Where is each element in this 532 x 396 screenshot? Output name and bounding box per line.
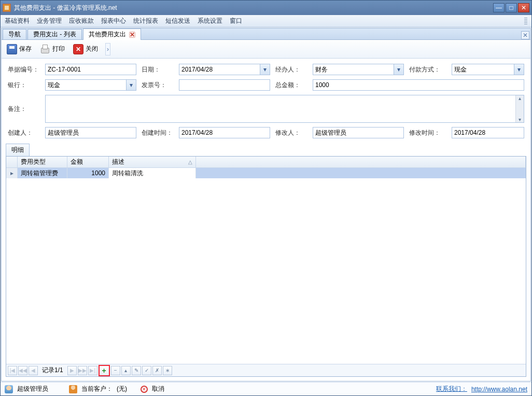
tabbar-close-button[interactable]: ✕ <box>521 31 529 39</box>
nav-prev[interactable]: ◀ <box>29 366 38 375</box>
label-invoice: 发票号： <box>142 81 166 90</box>
cancel-icon[interactable]: ✕ <box>141 386 148 393</box>
detail-tab[interactable]: 明细 <box>6 144 30 156</box>
window-close-button[interactable]: ✕ <box>518 3 529 12</box>
nav-last[interactable]: ▶| <box>88 366 97 375</box>
nav-edit[interactable]: ✎ <box>132 366 141 375</box>
nav-first[interactable]: |◀ <box>8 366 17 375</box>
client-icon <box>69 385 77 393</box>
input-modifier: 超级管理员 <box>313 127 404 138</box>
grid-header: 费用类型 金额 描述 <box>6 157 526 168</box>
cell-amount[interactable]: 1000 <box>67 168 109 178</box>
maximize-button[interactable]: □ <box>506 3 517 12</box>
close-icon: ✕ <box>73 44 83 54</box>
tab-list-label: 费用支出 - 列表 <box>33 30 76 39</box>
tab-close-icon[interactable]: ✕ <box>129 32 135 38</box>
textarea-scrollbar[interactable] <box>515 95 524 122</box>
input-bank[interactable]: 现金 <box>45 79 136 91</box>
tab-nav-label: 导航 <box>8 30 21 39</box>
close-button[interactable]: ✕ 关闭 <box>71 43 100 55</box>
grid-navigator: |◀ ◀◀ ◀ 记录1/1 ▶ ▶▶ ▶| + − ▴ ✎ ✓ ✗ ∗ <box>6 364 526 376</box>
label-mtime: 修改时间： <box>409 129 440 137</box>
status-contact[interactable]: 联系我们： <box>436 385 467 393</box>
menu-window[interactable]: 窗口 <box>230 17 242 25</box>
col-spacer <box>196 157 526 167</box>
status-client-value: (无) <box>117 385 127 393</box>
status-bar: 超级管理员 当前客户： (无) ✕ 取消 联系我们： http://www.ao… <box>1 382 531 395</box>
grid-body[interactable]: ▸ 周转箱管理费 1000 周转箱清洗 <box>6 168 526 364</box>
label-handler: 经办人： <box>275 65 300 74</box>
menu-report[interactable]: 报表中心 <box>101 17 126 25</box>
print-button[interactable]: 打印 <box>38 43 67 55</box>
tab-nav[interactable]: 导航 <box>3 29 26 39</box>
menu-sys[interactable]: 系统设置 <box>198 17 222 25</box>
nav-record-text: 记录1/1 <box>39 366 66 375</box>
col-selector[interactable] <box>6 157 18 167</box>
detail-tabbar: 明细 <box>6 144 526 156</box>
label-remark: 备注： <box>8 105 26 114</box>
label-modifier: 修改人： <box>275 129 300 137</box>
input-remark[interactable] <box>45 95 524 123</box>
label-date: 日期： <box>142 65 160 74</box>
cell-type[interactable]: 周转箱管理费 <box>18 168 67 178</box>
menu-basic[interactable]: 基础资料 <box>5 17 30 25</box>
label-creator: 创建人： <box>8 129 33 137</box>
tab-list[interactable]: 费用支出 - 列表 <box>27 29 82 39</box>
input-date[interactable]: 2017/04/28 <box>179 64 270 75</box>
toolbar: 保存 打印 ✕ 关闭 › <box>2 40 530 59</box>
nav-check[interactable]: ✓ <box>142 366 151 375</box>
nav-add[interactable]: + <box>99 365 110 376</box>
label-total: 总金额： <box>275 81 300 90</box>
save-icon <box>7 44 17 54</box>
status-client-label: 当前客户： <box>81 385 113 393</box>
save-label: 保存 <box>19 45 32 53</box>
nav-cancel[interactable]: ✗ <box>152 366 162 375</box>
menu-stats[interactable]: 统计报表 <box>133 17 158 25</box>
toolbar-overflow[interactable]: › <box>105 43 110 55</box>
nav-remove[interactable]: − <box>111 366 120 375</box>
input-ctime: 2017/04/28 <box>179 127 270 138</box>
col-type[interactable]: 费用类型 <box>18 157 67 167</box>
grid-row[interactable]: ▸ 周转箱管理费 1000 周转箱清洗 <box>6 168 526 178</box>
status-url[interactable]: http://www.aolan.net <box>471 386 527 393</box>
col-desc[interactable]: 描述 <box>109 157 196 167</box>
menu-biz[interactable]: 业务管理 <box>37 17 62 25</box>
menubar-gripper <box>524 18 527 25</box>
detail-grid: 费用类型 金额 描述 ▸ 周转箱管理费 1000 周转箱清洗 |◀ ◀◀ ◀ 记… <box>6 156 526 377</box>
input-invoice[interactable] <box>179 79 270 91</box>
status-cancel[interactable]: 取消 <box>152 385 164 393</box>
label-billno: 单据编号： <box>8 65 39 74</box>
col-amount[interactable]: 金额 <box>67 157 109 167</box>
input-handler[interactable]: 财务 <box>313 64 404 75</box>
tab-other-expense[interactable]: 其他费用支出 ✕ <box>83 29 141 40</box>
label-paymethod: 付款方式： <box>409 65 440 74</box>
print-label: 打印 <box>52 45 65 53</box>
nav-up[interactable]: ▴ <box>121 366 131 375</box>
nav-prevpage[interactable]: ◀◀ <box>18 366 27 375</box>
cell-desc[interactable]: 周转箱清洗 <box>109 168 196 178</box>
tab-other-expense-label: 其他费用支出 <box>89 30 126 39</box>
form: 单据编号： ZC-17-0001 日期： 2017/04/28 经办人： 财务 … <box>2 59 530 142</box>
status-user: 超级管理员 <box>17 385 48 393</box>
row-indicator: ▸ <box>6 168 18 178</box>
nav-nextpage[interactable]: ▶▶ <box>78 366 87 375</box>
input-billno[interactable]: ZC-17-0001 <box>45 64 136 75</box>
input-creator: 超级管理员 <box>45 127 136 138</box>
titlebar: 其他费用支出 - 傲蓝冷库管理系统.net — □ ✕ <box>1 1 531 15</box>
input-paymethod[interactable]: 现金 <box>452 64 524 75</box>
print-icon <box>40 44 50 54</box>
menu-ar[interactable]: 应收账款 <box>69 17 94 25</box>
nav-next[interactable]: ▶ <box>67 366 77 375</box>
input-mtime: 2017/04/28 <box>452 127 524 138</box>
label-bank: 银行： <box>8 81 26 90</box>
menu-sms[interactable]: 短信发送 <box>165 17 190 25</box>
user-icon <box>5 385 13 393</box>
label-ctime: 创建时间： <box>142 129 173 137</box>
tabbar: 导航 费用支出 - 列表 其他费用支出 ✕ ✕ <box>2 29 530 40</box>
input-total[interactable]: 1000 <box>313 79 524 91</box>
nav-more[interactable]: ∗ <box>163 366 172 375</box>
close-label: 关闭 <box>86 45 98 53</box>
app-icon <box>3 4 11 12</box>
minimize-button[interactable]: — <box>493 3 505 12</box>
save-button[interactable]: 保存 <box>5 43 34 55</box>
